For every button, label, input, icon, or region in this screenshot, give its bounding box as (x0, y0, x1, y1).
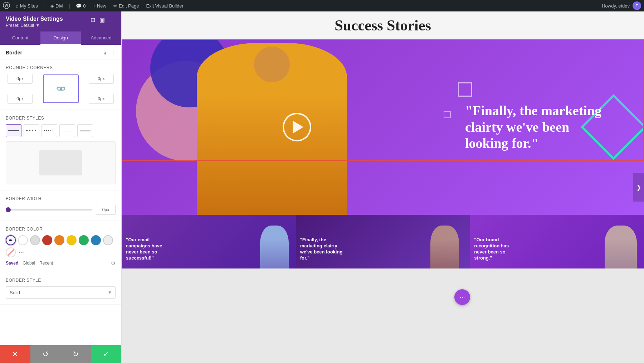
border-style-dotted-button[interactable] (42, 124, 57, 137)
save-button[interactable]: ✓ (91, 345, 121, 363)
thumb-text-2: "Finally, the marketing clairty we've be… (300, 237, 347, 261)
comments-link[interactable]: 💬 0 (74, 3, 87, 9)
comment-icon: 💬 (76, 3, 82, 9)
sidebar-preset[interactable]: Preset: Default ▼ (6, 23, 63, 28)
play-triangle-icon (293, 121, 303, 134)
thumb-person-2 (430, 226, 459, 268)
thumbnail-item-2[interactable]: "Finally, the marketing clairty we've be… (296, 215, 470, 268)
page-title-area: Success Stories (122, 11, 644, 39)
white-swatch[interactable] (18, 235, 28, 245)
border-width-section: Border Width (0, 190, 121, 221)
solid-line-icon (8, 130, 19, 131)
user-avatar: E (633, 1, 641, 10)
layout-icon-button[interactable]: ▣ (99, 16, 106, 24)
canvas-area: Success Stories "Finally, th (122, 11, 644, 363)
thumbnail-item-1[interactable]: "Our email campaigns have never been so … (122, 215, 296, 268)
corner-link-button[interactable]: 🔗 (43, 74, 79, 103)
tab-design[interactable]: Design (40, 32, 81, 45)
more-options-icon-button[interactable]: ⋮ (108, 16, 116, 24)
global-tab[interactable]: Global (23, 261, 35, 266)
section-more-button[interactable]: ⋮ (111, 50, 116, 55)
thumb-person-3 (605, 226, 637, 268)
sidebar-tabs: Content Design Advanced (0, 32, 121, 45)
edit-page-link[interactable]: ✏ Edit Page (112, 3, 140, 9)
border-style-dropdown-section: Border Style None Solid Dashed Dotted Do… (0, 272, 121, 305)
main-content: Success Stories "Finally, th (122, 11, 644, 363)
border-styles-section: Border Styles (0, 110, 121, 190)
floating-action-button[interactable]: ··· (454, 289, 470, 305)
thumb-text-3: "Our brand recognition has never been so… (474, 237, 521, 261)
top-bar: W ⌂ My Sites | ◈ Divi | 💬 0 + New ✏ Edit… (0, 0, 644, 11)
redo-button[interactable]: ↻ (61, 345, 91, 363)
eyedropper-swatch[interactable]: ✒ (6, 235, 16, 245)
border-style-solid-button[interactable] (6, 124, 21, 137)
thumbnail-item-3[interactable]: "Our brand recognition has never been so… (470, 215, 644, 268)
home-icon: ⌂ (16, 3, 19, 9)
color-settings-icon[interactable]: ⚙ (111, 260, 116, 266)
person-container (186, 39, 358, 215)
rounded-corners-section: Rounded Corners 🔗 (0, 59, 121, 110)
yellow-swatch[interactable] (67, 235, 77, 245)
dark-red-swatch[interactable] (42, 235, 52, 245)
section-title: Border (6, 50, 22, 55)
new-link[interactable]: + New (91, 3, 108, 9)
color-tabs-row: Saved Global Recent ⚙ (6, 260, 116, 266)
border-section-header: Border ▲ ⋮ (0, 45, 121, 59)
border-style-dropdown-container: None Solid Dashed Dotted Double Groove R… (6, 286, 116, 299)
border-style-dashed-button[interactable] (24, 124, 39, 137)
no-color-swatch[interactable] (6, 247, 16, 257)
green-swatch[interactable] (79, 235, 89, 245)
border-preview (6, 141, 116, 184)
corner-bottom-left-input[interactable] (8, 94, 33, 104)
rounded-corners-label: Rounded Corners (6, 65, 116, 70)
exit-builder-link[interactable]: Exit Visual Builder (145, 3, 185, 9)
border-width-value-input[interactable] (96, 205, 116, 215)
dotted-line-icon (44, 130, 55, 131)
sidebar-title-group: Video Slider Settings Preset: Default ▼ (6, 16, 63, 28)
dashed-line-icon (26, 130, 37, 131)
border-style-outset-button[interactable] (77, 124, 93, 137)
border-width-label: Border Width (6, 196, 116, 201)
more-colors-button[interactable]: ··· (18, 248, 25, 257)
blue-swatch[interactable] (91, 235, 101, 245)
sidebar: Video Slider Settings Preset: Default ▼ … (0, 11, 122, 363)
border-style-groove-button[interactable] (59, 124, 75, 137)
divi-link[interactable]: ◈ Divi (49, 3, 65, 9)
corner-top-left-input[interactable] (8, 74, 33, 84)
border-style-label: Border Style (6, 278, 116, 283)
link-corners-icon: 🔗 (55, 83, 66, 94)
color-swatches: ✒ (6, 235, 116, 257)
scroll-button[interactable]: ❯ (633, 173, 644, 202)
corner-bottom-right-input[interactable] (89, 94, 114, 104)
play-button[interactable] (283, 113, 311, 141)
hero-slider[interactable]: "Finally, the marketing clairty we've be… (122, 39, 644, 215)
recent-tab[interactable]: Recent (39, 261, 53, 266)
border-color-label: Border Color (6, 227, 116, 232)
outset-line-icon (80, 130, 91, 131)
divi-icon: ◈ (50, 3, 54, 9)
corner-top-right-input[interactable] (89, 74, 114, 84)
sidebar-header: Video Slider Settings Preset: Default ▼ … (0, 11, 121, 32)
tab-content[interactable]: Content (0, 32, 40, 45)
cancel-button[interactable]: ✕ (0, 345, 30, 363)
sidebar-header-icons: ⊞ ▣ ⋮ (90, 16, 116, 24)
page-heading: Success Stories (122, 17, 644, 34)
saved-tab[interactable]: Saved (6, 261, 18, 266)
responsive-icon-button[interactable]: ⊞ (90, 16, 96, 24)
border-width-slider[interactable] (6, 209, 92, 210)
edit-icon: ✏ (113, 3, 117, 9)
shape-square-outline (458, 82, 472, 97)
corners-grid: 🔗 (6, 74, 116, 104)
user-greeting: Howdy, etdev (602, 3, 630, 9)
border-style-select[interactable]: None Solid Dashed Dotted Double Groove R… (6, 286, 116, 299)
light-gray-swatch[interactable] (30, 235, 40, 245)
bottom-toolbar: ✕ ↺ ↻ ✓ (0, 345, 121, 363)
my-sites-link[interactable]: ⌂ My Sites (14, 3, 39, 9)
sidebar-title: Video Slider Settings (6, 16, 63, 22)
collapse-section-button[interactable]: ▲ (103, 50, 108, 55)
very-light-gray-swatch[interactable] (103, 235, 113, 245)
thumb-person-1 (260, 226, 289, 268)
undo-button[interactable]: ↺ (30, 345, 61, 363)
tab-advanced[interactable]: Advanced (81, 32, 121, 45)
orange-swatch[interactable] (54, 235, 64, 245)
